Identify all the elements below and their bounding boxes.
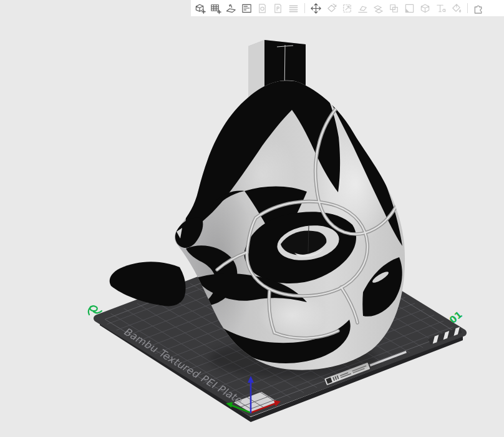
add-object-icon[interactable]	[193, 2, 206, 15]
scale-icon[interactable]	[341, 2, 354, 15]
place-on-face-icon[interactable]	[356, 2, 369, 15]
assembly-view-icon[interactable]	[472, 2, 485, 15]
cut-icon[interactable]	[387, 2, 400, 15]
viewport-3d[interactable]: Bambu Textured PEI Plate 01	[0, 0, 504, 437]
variable-layer-height-icon[interactable]	[287, 2, 300, 15]
auto-orient-icon[interactable]	[225, 2, 238, 15]
arrange-icon[interactable]	[240, 2, 253, 15]
toolbar-separator	[467, 3, 468, 13]
split-to-parts-icon[interactable]	[271, 2, 284, 15]
color-painting-icon[interactable]	[450, 2, 463, 15]
toolbar	[191, 0, 504, 16]
slicer-window: Bambu Textured PEI Plate 01	[0, 0, 504, 437]
split-icon[interactable]	[372, 2, 385, 15]
split-to-objects-icon[interactable]	[256, 2, 269, 15]
layer-fill-icon[interactable]	[403, 2, 416, 15]
toolbar-separator	[304, 3, 305, 13]
mesh-boolean-icon[interactable]	[419, 2, 432, 15]
text-shape-icon[interactable]	[434, 2, 447, 15]
move-icon[interactable]	[309, 2, 322, 15]
rotate-icon[interactable]	[325, 2, 338, 15]
add-plate-icon[interactable]	[209, 2, 222, 15]
